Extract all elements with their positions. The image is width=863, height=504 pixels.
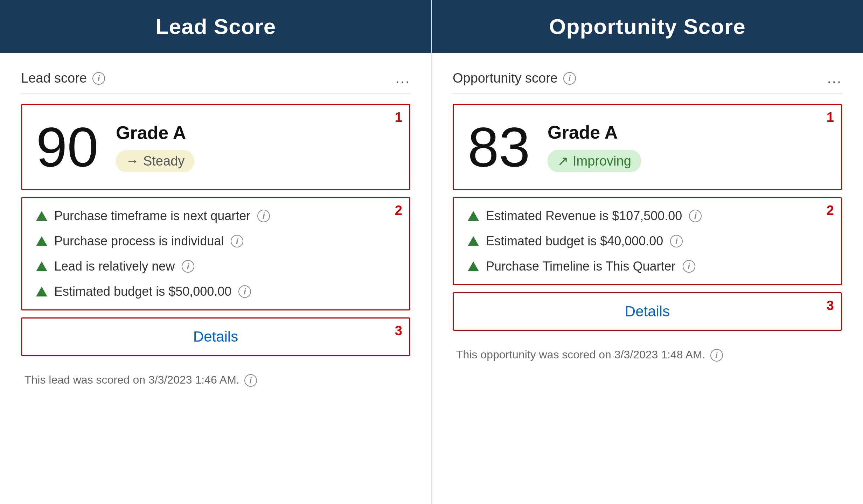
lead-score-body: Lead score i ... 1 90 Grade A → Steady: [0, 53, 431, 404]
opportunity-score-divider: [453, 93, 842, 93]
lead-score-badge-3: 3: [395, 323, 402, 338]
page-container: Lead Score Lead score i ... 1 90 Grade A: [0, 0, 863, 504]
lead-score-grade: Grade A: [116, 122, 194, 143]
opportunity-score-title: Opportunity Score: [549, 14, 745, 38]
lead-score-footer-info-icon[interactable]: i: [244, 374, 257, 387]
lead-score-trend-arrow: →: [126, 154, 139, 169]
triangle-up-icon-opp-2: [468, 236, 479, 246]
opp-factor-3-info-icon[interactable]: i: [683, 260, 695, 273]
lead-score-card-box: 1 90 Grade A → Steady: [21, 104, 410, 190]
opportunity-score-badge-1: 1: [827, 110, 834, 125]
triangle-up-icon-opp-3: [468, 261, 479, 271]
opportunity-score-factor-2: Estimated budget is $40,000.00 i: [468, 234, 827, 248]
lead-score-label-row: Lead score i ...: [21, 70, 410, 86]
opportunity-score-details-link[interactable]: Details: [625, 303, 670, 320]
lead-score-factor-3: Lead is relatively new i: [36, 259, 395, 274]
opportunity-score-footer: This opportunity was scored on 3/3/2023 …: [453, 348, 842, 362]
opportunity-score-badge-2: 2: [827, 203, 834, 218]
opportunity-score-card: 83 Grade A ↗ Improving: [454, 105, 841, 189]
lead-score-badge-1: 1: [395, 110, 402, 125]
opportunity-score-label: Opportunity score i: [453, 71, 576, 86]
opportunity-score-panel: Opportunity Score Opportunity score i ..…: [432, 0, 863, 504]
lead-score-factors-box: 2 Purchase timeframe is next quarter i P…: [21, 197, 410, 310]
factor-1-info-icon[interactable]: i: [257, 210, 270, 222]
lead-score-title: Lead Score: [155, 14, 276, 38]
opportunity-score-factors-list: Estimated Revenue is $107,500.00 i Estim…: [454, 198, 841, 284]
opportunity-score-more-dots[interactable]: ...: [827, 70, 842, 86]
lead-score-info: Grade A → Steady: [116, 122, 194, 172]
lead-score-details-link[interactable]: Details: [193, 328, 238, 345]
opportunity-score-details-box: 3 Details: [453, 292, 842, 331]
lead-score-value: 90: [36, 119, 98, 175]
lead-score-badge-2: 2: [395, 203, 402, 218]
opportunity-score-value: 83: [468, 119, 530, 175]
opportunity-score-badge-3: 3: [827, 298, 834, 313]
triangle-up-icon-opp-1: [468, 211, 479, 221]
factor-2-info-icon[interactable]: i: [231, 235, 243, 247]
opportunity-score-factor-1: Estimated Revenue is $107,500.00 i: [468, 209, 827, 223]
opportunity-score-header: Opportunity Score: [432, 0, 863, 53]
lead-score-card: 90 Grade A → Steady: [22, 105, 409, 189]
opportunity-score-grade: Grade A: [548, 122, 641, 143]
factor-3-info-icon[interactable]: i: [182, 260, 194, 273]
opp-factor-2-info-icon[interactable]: i: [670, 235, 683, 247]
opportunity-score-factors-box: 2 Estimated Revenue is $107,500.00 i Est…: [453, 197, 842, 285]
opportunity-score-details-section: Details: [454, 293, 841, 330]
lead-score-factor-2: Purchase process is individual i: [36, 234, 395, 248]
lead-score-info-icon[interactable]: i: [92, 72, 105, 85]
opp-factor-1-info-icon[interactable]: i: [689, 210, 702, 222]
lead-score-more-dots[interactable]: ...: [396, 70, 410, 86]
opportunity-score-label-row: Opportunity score i ...: [453, 70, 842, 86]
lead-score-details-box: 3 Details: [21, 317, 410, 356]
lead-score-label: Lead score i: [21, 71, 105, 86]
lead-score-factor-1: Purchase timeframe is next quarter i: [36, 209, 395, 223]
opportunity-score-footer-info-icon[interactable]: i: [710, 349, 723, 362]
triangle-up-icon-3: [36, 261, 47, 271]
opportunity-score-trend-badge: ↗ Improving: [548, 150, 641, 172]
lead-score-footer-text: This lead was scored on 3/3/2023 1:46 AM…: [25, 373, 239, 386]
opportunity-score-card-box: 1 83 Grade A ↗ Improving: [453, 104, 842, 190]
lead-score-header: Lead Score: [0, 0, 431, 53]
opportunity-score-info-icon[interactable]: i: [563, 72, 576, 85]
opportunity-score-factor-3: Purchase Timeline is This Quarter i: [468, 259, 827, 274]
opportunity-score-body: Opportunity score i ... 1 83 Grade A ↗ I…: [432, 53, 863, 379]
triangle-up-icon-1: [36, 211, 47, 221]
factor-4-info-icon[interactable]: i: [238, 285, 251, 298]
lead-score-trend-label: Steady: [143, 154, 185, 169]
opportunity-score-trend-label: Improving: [573, 154, 631, 169]
lead-score-footer: This lead was scored on 3/3/2023 1:46 AM…: [21, 373, 410, 387]
lead-score-details-section: Details: [22, 318, 409, 355]
triangle-up-icon-4: [36, 287, 47, 296]
opportunity-score-footer-text: This opportunity was scored on 3/3/2023 …: [456, 348, 705, 361]
opportunity-score-trend-arrow: ↗: [557, 153, 569, 169]
lead-score-factors-list: Purchase timeframe is next quarter i Pur…: [22, 198, 409, 309]
triangle-up-icon-2: [36, 236, 47, 246]
lead-score-divider: [21, 93, 410, 93]
lead-score-factor-4: Estimated budget is $50,000.00 i: [36, 284, 395, 299]
opportunity-score-info: Grade A ↗ Improving: [548, 122, 641, 172]
lead-score-panel: Lead Score Lead score i ... 1 90 Grade A: [0, 0, 432, 504]
lead-score-trend-badge: → Steady: [116, 150, 194, 172]
